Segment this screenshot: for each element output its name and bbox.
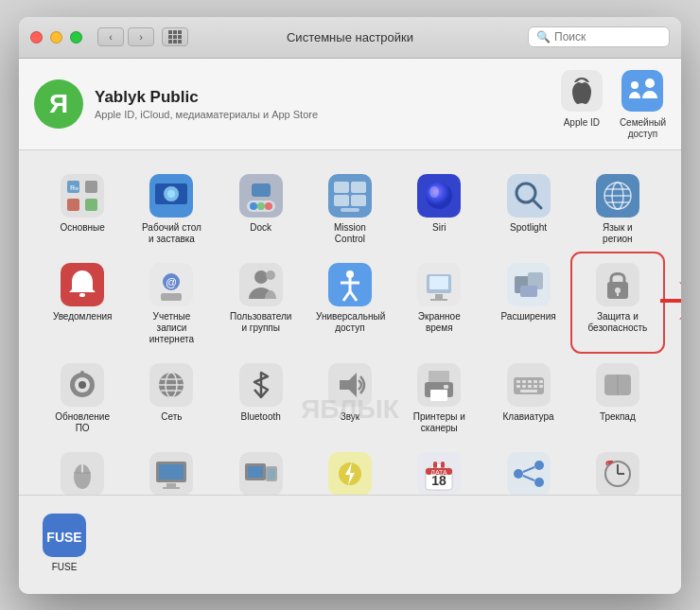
icon-software[interactable]: ОбновлениеПО [38, 355, 127, 440]
svg-rect-93 [534, 380, 537, 383]
svg-rect-72 [80, 371, 84, 376]
icon-energy[interactable]: Экономияэнергии [306, 444, 394, 495]
svg-point-29 [429, 186, 439, 198]
forward-button[interactable]: › [128, 27, 154, 46]
svg-rect-1 [621, 70, 663, 112]
icon-users[interactable]: Пользователии группы [217, 254, 306, 351]
timemachine-icon [595, 451, 640, 495]
icon-sidecar[interactable]: Sidecar [217, 444, 306, 495]
system-preferences-window: ‹ › Системные настройки 🔍 Я Yablyk Publi… [19, 17, 681, 594]
mission-label: MissionControl [334, 222, 366, 245]
icon-language[interactable]: Язык ирегион [573, 166, 662, 251]
svg-rect-99 [539, 385, 543, 388]
spotlight-label: Spotlight [510, 222, 547, 234]
spotlight-icon [506, 173, 551, 218]
svg-rect-24 [334, 195, 349, 206]
svg-rect-56 [435, 294, 443, 299]
svg-rect-111 [166, 483, 176, 487]
users-icon [238, 262, 284, 307]
sound-icon [327, 362, 373, 408]
icon-desktop[interactable]: Рабочий столи заставка [127, 166, 216, 251]
icon-spotlight[interactable]: Spotlight [483, 166, 572, 251]
icon-security[interactable]: Защита ибезопасность [573, 254, 662, 351]
svg-rect-44 [161, 293, 182, 301]
grid-view-button[interactable] [162, 27, 188, 46]
desktop-icon [149, 173, 194, 218]
svg-rect-117 [268, 468, 275, 479]
icon-fuse[interactable]: FUSE FUSE [38, 505, 91, 579]
extensions-icon [506, 262, 551, 307]
nav-buttons: ‹ › [97, 27, 188, 46]
icon-screentime[interactable]: Экранноевремя [394, 254, 483, 351]
svg-rect-92 [528, 380, 532, 383]
svg-text:FUSE: FUSE [46, 530, 81, 545]
icon-sound[interactable]: Звук [306, 355, 394, 440]
svg-point-18 [257, 202, 265, 210]
mission-icon [327, 173, 373, 218]
svg-rect-23 [351, 182, 366, 193]
avatar: Я [34, 79, 83, 129]
main-wrapper: F ile Основные [19, 150, 681, 594]
extensions-label: Расширения [500, 311, 555, 322]
internet-label: Учетные записиинтернета [137, 311, 205, 345]
icon-trackpad[interactable]: Трекпад [573, 355, 662, 440]
search-icon: 🔍 [536, 30, 551, 44]
svg-rect-8 [85, 199, 97, 211]
svg-point-71 [79, 381, 86, 389]
icon-mission[interactable]: MissionControl [306, 166, 394, 251]
close-button[interactable] [30, 31, 43, 44]
icon-dock[interactable]: Dock [217, 166, 306, 251]
accessibility-label: Универсальныйдоступ [316, 311, 384, 334]
bluetooth-icon [238, 362, 284, 408]
svg-text:ДАТА: ДАТА [430, 469, 447, 477]
icon-internet[interactable]: @ Учетные записиинтернета [127, 254, 216, 351]
icon-accessibility[interactable]: Универсальныйдоступ [306, 254, 394, 351]
icon-displays[interactable]: Мониторы [127, 444, 216, 495]
icon-keyboard[interactable]: Клавиатура [483, 355, 572, 440]
maximize-button[interactable] [70, 31, 82, 44]
bluetooth-label: Bluetooth [241, 411, 281, 423]
icon-sharing[interactable]: Общийдоступ [483, 444, 572, 495]
search-box[interactable]: 🔍 [528, 26, 670, 47]
back-button[interactable]: ‹ [97, 27, 124, 46]
icon-extensions[interactable]: Расширения [483, 254, 572, 351]
icon-notifications[interactable]: Уведомления [38, 254, 127, 351]
icon-general[interactable]: F ile Основные [38, 166, 127, 251]
family-label: Семейныйдоступ [620, 117, 666, 140]
keyboard-icon [506, 362, 551, 408]
profile-bar: Я Yablyk Public Apple ID, iCloud, медиам… [19, 59, 681, 150]
svg-rect-90 [516, 380, 520, 383]
software-icon [60, 362, 105, 408]
icon-bluetooth[interactable]: Bluetooth [217, 355, 306, 440]
family-icon-item[interactable]: Семейныйдоступ [620, 68, 666, 140]
icon-network[interactable]: Сеть [127, 355, 216, 440]
icon-mouse[interactable]: Мышь [38, 444, 127, 495]
svg-rect-6 [85, 181, 97, 193]
apple-id-icon-item[interactable]: Apple ID [559, 68, 604, 129]
language-icon [595, 173, 640, 218]
displays-icon [149, 451, 194, 495]
notifications-icon [60, 262, 105, 307]
profile-name: Yablyk Public [95, 88, 548, 107]
minimize-button[interactable] [50, 31, 62, 44]
svg-rect-62 [520, 286, 537, 297]
icon-datetime[interactable]: 18 ДАТА Дата ивремя [394, 444, 483, 495]
svg-point-3 [645, 78, 655, 88]
trackpad-icon [595, 362, 640, 408]
family-icon [620, 68, 665, 113]
icon-siri[interactable]: Siri [394, 166, 483, 251]
icon-timemachine[interactable]: TimeMachine [573, 444, 662, 495]
icon-printers[interactable]: Принтеры исканеры [394, 355, 483, 440]
energy-icon [327, 451, 373, 495]
siri-label: Siri [432, 222, 446, 234]
svg-point-19 [265, 202, 272, 210]
screentime-icon [416, 262, 462, 307]
svg-rect-91 [522, 380, 526, 383]
icons-grid: F ile Основные [38, 166, 662, 495]
svg-rect-100 [520, 390, 537, 392]
search-input[interactable] [554, 30, 661, 44]
svg-rect-25 [351, 195, 366, 206]
svg-rect-94 [539, 380, 543, 383]
keyboard-label: Клавиатура [502, 411, 553, 423]
bottom-icons: FUSE FUSE [38, 505, 662, 579]
